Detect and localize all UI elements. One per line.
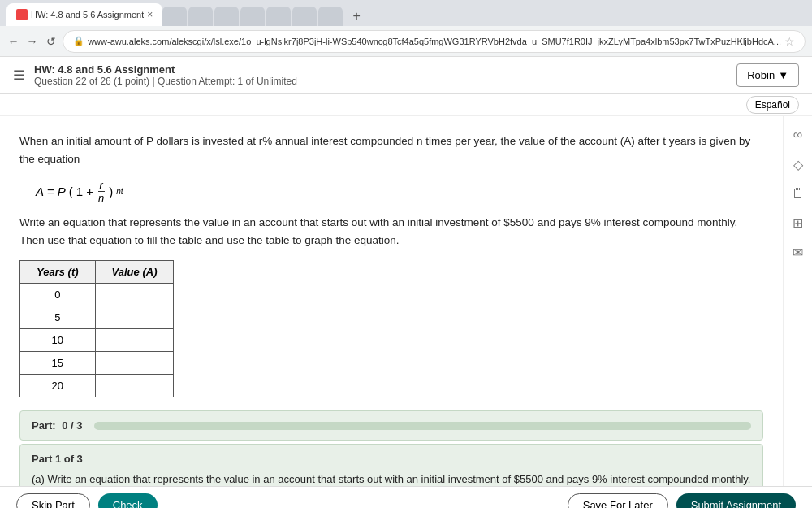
- hamburger-icon[interactable]: ☰: [13, 67, 24, 83]
- table-col2-header: Value (A): [95, 261, 174, 284]
- table-col1-header: Years (t): [20, 261, 96, 284]
- formula-P: P: [58, 185, 66, 198]
- grid-icon[interactable]: ⊞: [789, 214, 807, 232]
- footer-right: Save For Later Submit Assignment: [568, 493, 796, 508]
- progress-bar: [94, 422, 751, 430]
- table-row: 5: [20, 306, 174, 329]
- part-total: 3: [76, 419, 82, 432]
- problem-description: When an initial amount of P dollars is i…: [19, 132, 763, 167]
- part-progress-section: Part: 0 / 3: [19, 410, 763, 441]
- hw-subtitle: Question 22 of 26 (1 point) | Question A…: [34, 76, 727, 87]
- formula-block: A = P ( 1 + r n ) nt: [36, 179, 763, 204]
- table-cell-year: 15: [20, 352, 96, 375]
- skip-part-button[interactable]: Skip Part: [16, 493, 90, 508]
- other-tab-7[interactable]: [318, 7, 343, 26]
- part-separator: /: [71, 419, 74, 432]
- other-tab-2[interactable]: [188, 7, 213, 26]
- table-cell-year: 5: [20, 306, 96, 329]
- formula-equals: =: [47, 185, 54, 198]
- table-row: 10: [20, 329, 174, 352]
- part-progress-label: Part: 0 / 3: [32, 419, 83, 432]
- formula-fraction: r n: [97, 179, 106, 204]
- table-cell-value[interactable]: [95, 352, 174, 375]
- table-cell-value[interactable]: [95, 284, 174, 306]
- data-table: Years (t) Value (A) 05101520: [19, 260, 174, 397]
- table-cell-year: 20: [20, 375, 96, 397]
- robin-button[interactable]: Robin ▼: [736, 63, 799, 87]
- other-tab-5[interactable]: [266, 7, 291, 26]
- save-for-later-button[interactable]: Save For Later: [568, 493, 668, 508]
- fraction-den: n: [97, 192, 106, 204]
- diamond-icon[interactable]: ◇: [789, 155, 807, 173]
- footer-bar: Skip Part Check Save For Later Submit As…: [0, 486, 812, 508]
- formula-1: 1 +: [76, 185, 93, 198]
- new-tab-btn[interactable]: +: [344, 7, 369, 26]
- address-bar[interactable]: 🔒 www-awu.aleks.com/alekscgi/x/lsl.exe/1…: [63, 30, 806, 53]
- problem-instruction: Write an equation that represents the va…: [19, 214, 763, 249]
- right-sidebar: ∞ ◇ 🗒 ⊞ ✉: [783, 116, 812, 486]
- hw-title: HW: 4.8 and 5.6 Assignment: [34, 63, 727, 76]
- lock-icon: 🔒: [73, 36, 84, 46]
- submit-assignment-button[interactable]: Submit Assignment: [676, 493, 796, 508]
- robin-chevron-icon: ▼: [778, 69, 788, 81]
- table-row: 15: [20, 352, 174, 375]
- table-cell-year: 10: [20, 329, 96, 352]
- part1-title: Part 1 of 3: [32, 453, 751, 465]
- other-tab-1[interactable]: [162, 7, 187, 26]
- table-cell-value[interactable]: [95, 329, 174, 352]
- tab-title: HW: 4.8 and 5.6 Assignment: [31, 10, 144, 20]
- forward-button[interactable]: →: [25, 31, 39, 52]
- espanol-bar: Español: [0, 94, 812, 116]
- formula-exponent: nt: [116, 187, 123, 196]
- address-bar-text: www-awu.aleks.com/alekscgi/x/lsl.exe/1o_…: [88, 37, 781, 46]
- mail-icon[interactable]: ✉: [789, 243, 807, 261]
- part1-text: (a) Write an equation that represents th…: [32, 471, 751, 486]
- formula-close-paren: ): [109, 185, 113, 198]
- hw-info: HW: 4.8 and 5.6 Assignment Question 22 o…: [34, 63, 727, 87]
- reload-button[interactable]: ↺: [44, 31, 58, 52]
- formula-open-paren: (: [69, 185, 73, 198]
- robin-label: Robin: [747, 69, 775, 81]
- table-cell-value[interactable]: [95, 306, 174, 329]
- other-tab-6[interactable]: [292, 7, 317, 26]
- col1-italic: Years (: [37, 266, 71, 278]
- infinity-icon[interactable]: ∞: [789, 126, 807, 144]
- check-button[interactable]: Check: [98, 493, 158, 508]
- active-tab[interactable]: HW: 4.8 and 5.6 Assignment ×: [6, 3, 162, 26]
- fraction-num: r: [98, 179, 105, 192]
- tab-favicon: [16, 9, 28, 20]
- espanol-button[interactable]: Español: [746, 96, 799, 114]
- other-tab-3[interactable]: [214, 7, 239, 26]
- other-tab-4[interactable]: [240, 7, 265, 26]
- formula-A: A: [36, 185, 44, 198]
- footer-left: Skip Part Check: [16, 493, 158, 508]
- table-row: 20: [20, 375, 174, 397]
- table-cell-year: 0: [20, 284, 96, 306]
- table-row: 0: [20, 284, 174, 306]
- main-layout: When an initial amount of P dollars is i…: [0, 116, 812, 486]
- browser-nav: ← → ↺ 🔒 www-awu.aleks.com/alekscgi/x/lsl…: [0, 26, 812, 57]
- app-header: ☰ HW: 4.8 and 5.6 Assignment Question 22…: [0, 57, 812, 94]
- browser-tabs: HW: 4.8 and 5.6 Assignment × +: [0, 0, 812, 26]
- doc-icon[interactable]: 🗒: [789, 185, 807, 202]
- tab-close-icon[interactable]: ×: [147, 9, 153, 20]
- table-cell-value[interactable]: [95, 375, 174, 397]
- bookmark-icon[interactable]: ☆: [784, 35, 795, 48]
- other-tabs: +: [162, 7, 369, 26]
- back-button[interactable]: ←: [6, 31, 20, 52]
- part-current: 0: [62, 419, 67, 432]
- content-area: When an initial amount of P dollars is i…: [0, 116, 783, 486]
- part1-section: Part 1 of 3 (a) Write an equation that r…: [19, 444, 763, 486]
